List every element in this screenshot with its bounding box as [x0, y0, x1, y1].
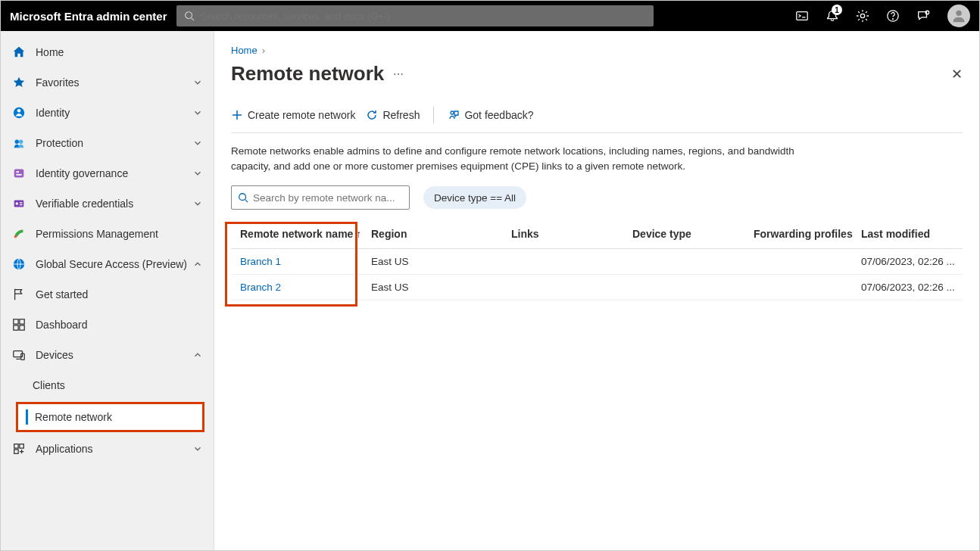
table-header: Remote network name ↑ Region Links Devic… — [231, 219, 963, 249]
column-region[interactable]: Region — [371, 228, 511, 240]
sidebar: Home Favorites Identity Protection Ident… — [1, 31, 214, 550]
svg-point-10 — [15, 140, 19, 144]
sidebar-item-remote-network[interactable]: Remote network — [16, 402, 204, 432]
more-actions-button[interactable]: ⋯ — [393, 68, 404, 80]
notifications-icon[interactable]: 1 — [819, 2, 846, 30]
flag-icon — [11, 287, 27, 302]
breadcrumb: Home › — [231, 45, 963, 56]
svg-rect-13 — [16, 171, 19, 173]
sidebar-item-id-gov[interactable]: Identity governance — [1, 158, 214, 188]
sidebar-label: Home — [36, 46, 64, 58]
filter-label: Device type == All — [434, 192, 516, 204]
identity-icon — [11, 105, 27, 120]
network-link[interactable]: Branch 2 — [240, 282, 281, 293]
global-search-input[interactable] — [201, 11, 646, 22]
refresh-button[interactable]: Refresh — [366, 109, 420, 121]
svg-point-7 — [956, 11, 961, 16]
svg-point-11 — [19, 140, 23, 144]
global-search[interactable] — [176, 5, 654, 26]
svg-point-5 — [893, 19, 894, 20]
permissions-icon — [11, 226, 27, 241]
column-name[interactable]: Remote network name ↑ — [231, 228, 371, 240]
svg-rect-24 — [20, 325, 24, 330]
svg-rect-27 — [14, 444, 18, 448]
page-description: Remote networks enable admins to define … — [231, 144, 822, 173]
sidebar-item-applications[interactable]: Applications — [1, 434, 214, 464]
sidebar-label: Identity — [36, 107, 70, 119]
chevron-up-icon — [192, 350, 203, 360]
chevron-down-icon — [192, 168, 203, 179]
sidebar-label: Get started — [36, 288, 88, 300]
sidebar-label: Identity governance — [36, 167, 128, 179]
create-remote-network-button[interactable]: Create remote network — [231, 109, 355, 121]
sidebar-item-identity[interactable]: Identity — [1, 98, 214, 128]
page-title: Remote network — [231, 62, 384, 86]
sidebar-label: Applications — [36, 443, 93, 455]
sidebar-item-favorites[interactable]: Favorites — [1, 67, 214, 98]
governance-icon — [11, 166, 27, 181]
search-network-field[interactable] — [231, 185, 410, 210]
sidebar-label: Dashboard — [36, 319, 88, 331]
sidebar-item-get-started[interactable]: Get started — [1, 279, 214, 310]
svg-rect-21 — [14, 319, 18, 324]
refresh-icon — [366, 109, 378, 121]
svg-point-3 — [860, 14, 864, 17]
svg-rect-17 — [20, 202, 23, 203]
sidebar-item-protection[interactable]: Protection — [1, 128, 214, 158]
chevron-down-icon — [192, 444, 203, 454]
star-icon — [11, 75, 27, 90]
sidebar-label: Permissions Management — [36, 228, 158, 240]
remote-network-table: Remote network name ↑ Region Links Devic… — [231, 219, 963, 300]
sidebar-label: Protection — [36, 137, 83, 149]
sidebar-label: Favorites — [36, 76, 80, 89]
search-network-input[interactable] — [253, 192, 403, 204]
chevron-down-icon — [192, 107, 203, 118]
dashboard-icon — [11, 317, 27, 332]
sort-asc-icon: ↑ — [356, 228, 361, 240]
breadcrumb-home[interactable]: Home — [231, 45, 257, 56]
sidebar-label: Global Secure Access (Preview) — [36, 258, 187, 270]
column-device[interactable]: Device type — [632, 228, 754, 240]
svg-point-31 — [239, 194, 246, 201]
applications-icon — [11, 441, 27, 456]
settings-icon[interactable] — [849, 2, 876, 30]
column-modified[interactable]: Last modified — [861, 228, 963, 240]
sidebar-item-ver-cred[interactable]: Verifiable credentials — [1, 188, 214, 219]
help-icon[interactable] — [879, 2, 907, 30]
svg-rect-28 — [20, 444, 23, 448]
sidebar-item-dashboard[interactable]: Dashboard — [1, 310, 214, 340]
toolbar-label: Refresh — [382, 109, 420, 121]
column-forward[interactable]: Forwarding profiles — [754, 228, 861, 240]
devices-icon — [11, 347, 27, 363]
sidebar-label: Verifiable credentials — [36, 198, 133, 210]
main-content: Home › Remote network ⋯ ✕ Create remote … — [214, 31, 979, 550]
network-link[interactable]: Branch 1 — [240, 256, 281, 267]
svg-line-1 — [191, 18, 194, 21]
table-row[interactable]: Branch 2 East US 07/06/2023, 02:26 ... — [231, 275, 963, 300]
cloud-shell-icon[interactable] — [788, 2, 816, 30]
sidebar-item-clients[interactable]: Clients — [1, 370, 214, 400]
table-row[interactable]: Branch 1 East US 07/06/2023, 02:26 ... — [231, 249, 963, 275]
svg-rect-22 — [20, 319, 24, 324]
svg-rect-29 — [14, 450, 18, 453]
close-button[interactable]: ✕ — [951, 66, 963, 82]
feedback-button[interactable]: Got feedback? — [448, 109, 533, 121]
sidebar-item-devices[interactable]: Devices — [1, 340, 214, 370]
sidebar-label: Remote network — [35, 411, 112, 423]
cell-region: East US — [371, 282, 511, 293]
chevron-down-icon — [192, 138, 203, 148]
column-links[interactable]: Links — [511, 228, 632, 240]
svg-rect-18 — [20, 204, 23, 205]
device-type-filter[interactable]: Device type == All — [423, 186, 526, 209]
sidebar-item-home[interactable]: Home — [1, 37, 214, 67]
sidebar-item-perms[interactable]: Permissions Management — [1, 219, 214, 249]
user-avatar[interactable] — [947, 5, 970, 27]
feedback-icon[interactable] — [910, 2, 937, 30]
svg-line-32 — [245, 200, 248, 203]
credentials-icon — [11, 196, 27, 211]
plus-icon — [231, 109, 243, 121]
feedback-icon — [448, 109, 460, 121]
sidebar-item-gsa[interactable]: Global Secure Access (Preview) — [1, 249, 214, 279]
home-icon — [11, 45, 27, 60]
svg-rect-14 — [16, 174, 21, 176]
